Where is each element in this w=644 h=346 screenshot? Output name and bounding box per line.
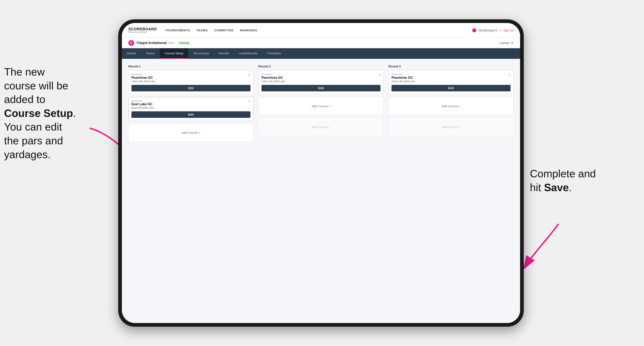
- right-annotation-line2-plain: hit: [530, 181, 544, 193]
- annotation-line1: The new: [4, 66, 45, 78]
- tablet-device: SCOREBOARD Powered by clippd TOURNAMENTS…: [118, 19, 524, 327]
- rounds-grid: Round 1 ⊖ (Course A) Peachtree GC Yellow…: [128, 64, 514, 144]
- round2-course-a-edit[interactable]: Edit: [262, 85, 380, 91]
- round1-course-a-delete[interactable]: ⊖: [247, 73, 251, 77]
- nav-rankings[interactable]: RANKINGS: [240, 28, 257, 33]
- round1-course-a-name: Peachtree GC: [132, 76, 250, 80]
- sub-header: C Clippd Invitational (Men) Hosting Canc…: [122, 38, 520, 48]
- clippd-logo: C: [128, 40, 134, 46]
- tournament-name: Clippd Invitational: [136, 41, 166, 45]
- round1-course-b-name: East Lake GC: [132, 102, 250, 106]
- tab-teams[interactable]: Teams: [141, 48, 160, 59]
- right-annotation-line1: Complete and: [530, 168, 596, 179]
- nav-separator: |: [500, 29, 501, 32]
- right-annotation-line2-bold: Save: [544, 181, 568, 193]
- main-content: Round 1 ⊖ (Course A) Peachtree GC Yellow…: [122, 59, 520, 323]
- annotation-line6: the pars and: [4, 135, 63, 147]
- round1-add-course-text: Add Course +: [182, 131, 200, 134]
- round2-course-a-name: Peachtree GC: [262, 76, 380, 80]
- round3-add-course[interactable]: Add Course +: [388, 97, 514, 115]
- round2-course-a-delete[interactable]: ⊖: [377, 73, 381, 77]
- tab-leaderboards[interactable]: Leaderboards: [234, 48, 262, 59]
- round-3-label: Round 3: [388, 64, 514, 68]
- tab-printables[interactable]: Printables: [262, 48, 286, 59]
- round3-course-a-delete[interactable]: ⊖: [507, 73, 511, 77]
- round3-course-a-info: Yellow (M) (6629 yds): [392, 80, 510, 83]
- round-3-column: Round 3 ⊖ (Course A) Peachtree GC Yellow…: [388, 64, 514, 144]
- round1-course-a-edit[interactable]: Edit: [132, 85, 250, 91]
- close-icon: ✕: [511, 41, 514, 45]
- round1-add-course[interactable]: Add Course +: [128, 123, 254, 142]
- brand: SCOREBOARD Powered by clippd: [128, 27, 157, 33]
- right-annotation: Complete and hit Save.: [530, 167, 607, 194]
- round1-course-b-card: ⊖ (Course B) East Lake GC Black (M) (689…: [128, 97, 254, 121]
- round-1-column: Round 1 ⊖ (Course A) Peachtree GC Yellow…: [128, 64, 254, 144]
- hosting-badge: Hosting: [178, 41, 191, 45]
- round3-add-course-disabled: Add Course +: [388, 118, 514, 136]
- annotation-line5: You can edit: [4, 121, 62, 133]
- annotation-period1: .: [73, 107, 76, 119]
- round1-course-b-label: (Course B): [132, 100, 250, 102]
- round1-course-b-edit[interactable]: Edit: [132, 111, 250, 118]
- brand-title: SCOREBOARD: [128, 27, 157, 31]
- round1-course-a-card: ⊖ (Course A) Peachtree GC Yellow (M) (66…: [128, 70, 254, 94]
- nav-teams[interactable]: TEAMS: [196, 28, 208, 33]
- tab-details[interactable]: Details: [122, 48, 141, 59]
- round3-add-course-disabled-text: Add Course +: [442, 125, 460, 129]
- sign-out-link[interactable]: Sign out: [503, 29, 514, 32]
- round-2-label: Round 2: [258, 64, 384, 68]
- round1-course-a-label: (Course A): [132, 73, 250, 75]
- round2-course-a-card: ⊖ (Course A) Peachtree GC Yellow (M) (66…: [258, 70, 384, 94]
- left-annotation: The new course will be added to Course S…: [4, 65, 82, 162]
- round-1-label: Round 1: [128, 64, 254, 68]
- cancel-button[interactable]: Cancel ✕: [500, 41, 514, 45]
- tab-tee-groups[interactable]: Tee Groups: [188, 48, 214, 59]
- round1-course-b-delete[interactable]: ⊖: [247, 99, 251, 103]
- right-annotation-period: .: [569, 181, 572, 193]
- round3-course-a-label: (Course A): [392, 73, 510, 75]
- annotation-line4-bold: Course Setup: [4, 107, 73, 119]
- round3-course-a-card: ⊖ (Course A) Peachtree GC Yellow (M) (66…: [388, 70, 514, 94]
- tab-course-setup[interactable]: Course Setup: [160, 48, 188, 59]
- round2-add-course-text: Add Course +: [312, 104, 330, 108]
- round2-course-a-label: (Course A): [262, 73, 380, 75]
- round3-course-a-name: Peachtree GC: [392, 76, 510, 80]
- round1-course-b-info: Black (M) (6891 yds): [132, 106, 250, 109]
- user-email: blair@clippd.io: [479, 29, 498, 32]
- annotation-line7: yardages.: [4, 149, 50, 160]
- round2-add-course[interactable]: Add Course +: [258, 97, 384, 115]
- avatar: [472, 28, 476, 32]
- brand-sub: Powered by clippd: [128, 31, 157, 33]
- annotation-line2: course will be: [4, 80, 68, 92]
- top-nav: SCOREBOARD Powered by clippd TOURNAMENTS…: [122, 23, 520, 38]
- round2-add-course-disabled-text: Add Course +: [312, 125, 330, 129]
- round2-course-a-info: Yellow (M) (6629 yds): [262, 80, 380, 83]
- round3-course-a-edit[interactable]: Edit: [392, 85, 510, 91]
- tournament-gender: (Men): [168, 41, 175, 44]
- tab-bar: Details Teams Course Setup Tee Groups Re…: [122, 48, 520, 59]
- nav-links: TOURNAMENTS TEAMS COMMITTEE RANKINGS: [165, 28, 472, 33]
- round2-add-course-disabled: Add Course +: [258, 118, 384, 136]
- round3-add-course-text: Add Course +: [442, 104, 460, 108]
- annotation-line3: added to: [4, 93, 45, 105]
- nav-right: blair@clippd.io | Sign out: [472, 28, 514, 32]
- round1-course-a-info: Yellow (M) (6629 yds): [132, 80, 250, 83]
- round-2-column: Round 2 ⊖ (Course A) Peachtree GC Yellow…: [258, 64, 384, 144]
- nav-tournaments[interactable]: TOURNAMENTS: [165, 28, 190, 33]
- tab-results[interactable]: Results: [214, 48, 234, 59]
- tablet-screen: SCOREBOARD Powered by clippd TOURNAMENTS…: [122, 23, 520, 323]
- nav-committee[interactable]: COMMITTEE: [214, 28, 234, 33]
